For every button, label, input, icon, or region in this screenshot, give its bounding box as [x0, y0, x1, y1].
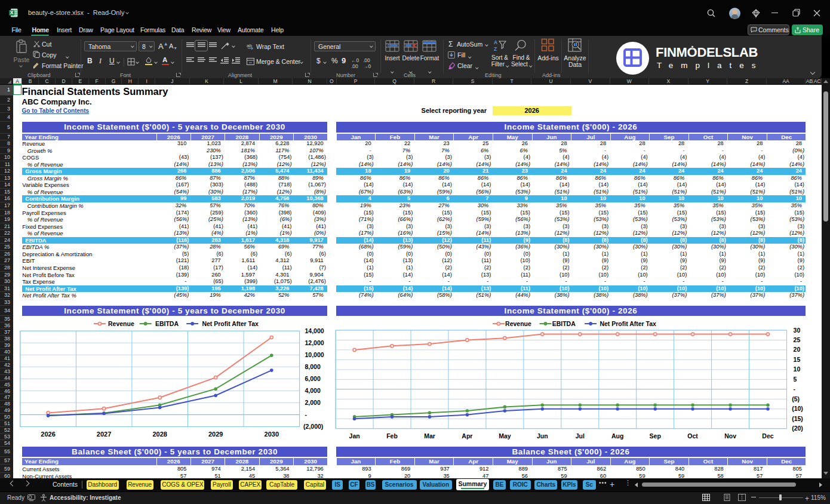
svg-text:Feb: Feb: [386, 432, 398, 440]
svg-text:2030: 2030: [265, 431, 279, 438]
svg-text:Revenue: Revenue: [108, 320, 134, 327]
svg-text:Jun: Jun: [537, 432, 548, 440]
svg-text:8,000: 8,000: [305, 363, 321, 370]
svg-text:EBITDA: EBITDA: [155, 320, 179, 327]
svg-text:Net Profit After Tax: Net Profit After Tax: [600, 320, 656, 327]
svg-text:Net Profit After Tax: Net Profit After Tax: [202, 320, 259, 327]
svg-text:(20): (20): [792, 425, 803, 432]
svg-text:10,000: 10,000: [305, 351, 324, 358]
svg-text:Sep: Sep: [650, 432, 661, 440]
svg-text:6,000: 6,000: [305, 375, 321, 382]
svg-text:4,000: 4,000: [305, 387, 321, 394]
svg-text:20: 20: [794, 346, 801, 353]
svg-text:15: 15: [794, 356, 801, 363]
svg-text:Oct: Oct: [687, 432, 698, 440]
svg-text:2026: 2026: [41, 431, 55, 438]
svg-text:Aug: Aug: [611, 432, 623, 440]
svg-text:-: -: [305, 411, 308, 418]
svg-text:Nov: Nov: [724, 432, 736, 440]
svg-text:Mar: Mar: [424, 432, 435, 440]
svg-text:2029: 2029: [208, 431, 223, 438]
svg-text:X: X: [10, 10, 14, 16]
svg-text:5: 5: [794, 376, 797, 383]
svg-text:12,000: 12,000: [305, 339, 324, 346]
svg-text:2028: 2028: [152, 431, 167, 438]
svg-text:-: -: [794, 385, 796, 392]
svg-text:30: 30: [794, 327, 801, 334]
svg-text:Jan: Jan: [349, 432, 360, 440]
svg-text:2,000: 2,000: [305, 399, 321, 406]
svg-text:10: 10: [794, 365, 801, 373]
svg-text:Z: Z: [494, 46, 497, 52]
svg-text:Revenue: Revenue: [505, 320, 531, 327]
svg-text:Jul: Jul: [576, 432, 585, 440]
svg-text:Dec: Dec: [762, 432, 773, 440]
svg-text:(10): (10): [792, 405, 803, 412]
svg-text:(15): (15): [792, 415, 803, 422]
svg-text:25: 25: [794, 336, 801, 343]
svg-text:EBITDA: EBITDA: [552, 320, 576, 327]
svg-text:14,000: 14,000: [305, 327, 324, 334]
svg-text:Apr: Apr: [462, 432, 472, 440]
svg-text:2027: 2027: [97, 431, 111, 438]
svg-text:May: May: [499, 432, 511, 440]
svg-text:(5): (5): [792, 395, 800, 402]
svg-text:A: A: [494, 39, 497, 45]
svg-text:(2,000): (2,000): [303, 423, 323, 430]
